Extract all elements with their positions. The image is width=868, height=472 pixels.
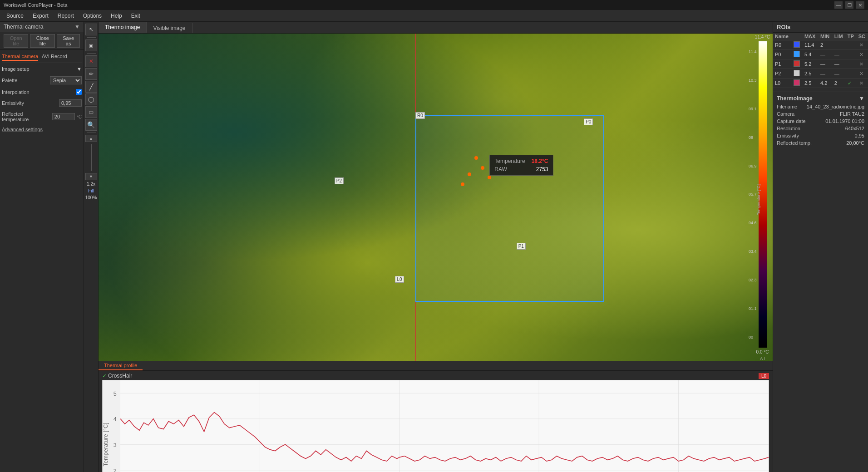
roi-row-l0[interactable]: L0 2.5 4.2 2 ✓ ✕: [773, 79, 868, 88]
save-as-button[interactable]: Save as: [57, 34, 80, 48]
resolution-value: 640x512: [845, 126, 864, 131]
roi-color-swatch-P0[interactable]: [794, 51, 800, 57]
roi-name-cell: L0: [773, 79, 792, 88]
roi-min-cell: 4.2: [819, 79, 833, 88]
profile-chart[interactable]: 5 4 3 2 100 200 300 400 Pixel Temperatur…: [102, 380, 769, 472]
roi-name-cell: P1: [773, 59, 792, 69]
roi-close-btn-L0[interactable]: ✕: [858, 80, 865, 86]
roi-max-cell: 5.4: [803, 50, 819, 59]
roi-lim-cell: —: [833, 69, 846, 79]
thermoimage-header: ThermoImage ▼: [777, 94, 864, 103]
tab-visible-image[interactable]: Visible image: [147, 23, 192, 33]
roi-close-cell[interactable]: ✕: [857, 50, 868, 59]
menu-exit[interactable]: Exit: [127, 12, 145, 20]
roi-min-cell: —: [819, 50, 833, 59]
roi-close-btn-P0[interactable]: ✕: [858, 51, 865, 58]
svg-text:2: 2: [113, 467, 117, 472]
crosshair-label: CrossHair: [108, 373, 132, 379]
roi-close-cell[interactable]: ✕: [857, 79, 868, 88]
roi-color-swatch-L0[interactable]: [794, 79, 800, 86]
btab-thermal-profile[interactable]: Thermal profile: [99, 361, 143, 370]
zoom-fill[interactable]: Fill: [88, 188, 94, 193]
roi-tool[interactable]: ▣: [85, 39, 97, 51]
scroll-up-button[interactable]: ▲: [85, 135, 97, 142]
roi-close-cell[interactable]: ✕: [857, 59, 868, 69]
reflected-temp-value[interactable]: 20: [52, 113, 75, 120]
roi-row-p2[interactable]: P2 2.5 — — ✕: [773, 69, 868, 79]
emissivity-info-label: Emissivity: [777, 133, 799, 138]
roi-color-cell[interactable]: [792, 69, 803, 79]
menu-help[interactable]: Help: [106, 12, 127, 20]
crosshair-tool[interactable]: ✕: [85, 55, 97, 67]
close-button[interactable]: ✕: [856, 1, 864, 9]
svg-text:4: 4: [113, 416, 117, 423]
scroll-track: [91, 144, 92, 171]
menu-options[interactable]: Options: [79, 12, 106, 20]
maximize-button[interactable]: ❐: [845, 1, 853, 9]
palette-select[interactable]: Sepia Iron Rainbow: [50, 76, 82, 84]
interpolation-checkbox[interactable]: [76, 89, 82, 95]
menu-source[interactable]: Source: [2, 12, 28, 20]
roi-color-cell[interactable]: [792, 59, 803, 69]
col-sc: SC: [857, 33, 868, 40]
emissivity-info-value: 0,95: [855, 133, 864, 138]
roi-color-cell[interactable]: [792, 79, 803, 88]
tab-avi-record[interactable]: AVI Record: [42, 54, 67, 61]
checkmark-icon: ✓: [102, 373, 107, 379]
ellipse-tool[interactable]: ◯: [85, 93, 97, 105]
center-area: Thermo image Visible image R0 P0 P1 P2 L…: [99, 22, 773, 472]
open-file-button[interactable]: Open file: [4, 34, 28, 48]
collapse-arrow[interactable]: ▼: [74, 24, 80, 30]
close-file-button[interactable]: Close file: [30, 34, 55, 48]
menu-report[interactable]: Report: [53, 12, 79, 20]
thermoimage-collapse[interactable]: ▼: [859, 95, 864, 102]
crosshair-toggle[interactable]: ✓ CrossHair: [102, 373, 132, 379]
roi-row-p1[interactable]: P1 5.2 — — ✕: [773, 59, 868, 69]
line-tool[interactable]: ╱: [85, 81, 97, 93]
colorbar: 11.4 °C 11.4 10.3 09.1 08 06.9 05.7 04.6…: [752, 34, 773, 361]
cursor-tool[interactable]: ↖: [85, 24, 97, 35]
roi-color-cell[interactable]: [792, 50, 803, 59]
roi-tp-cell: [846, 40, 857, 50]
reflected-info-label: Reflected temp.: [777, 140, 812, 146]
palette-row: Palette Sepia Iron Rainbow: [2, 76, 82, 84]
colorbar-ai-label: A I: [760, 356, 765, 361]
roi-close-btn-P1[interactable]: ✕: [858, 61, 865, 67]
advanced-settings-label[interactable]: Advanced settings: [2, 127, 82, 132]
thermal-image-view[interactable]: R0 P0 P1 P2 L0 Temperature 18.2°C: [99, 34, 773, 361]
tick-11: 11.4: [749, 49, 757, 54]
roi-name-cell: P0: [773, 50, 792, 59]
tool-separator-2: [87, 53, 96, 54]
roi-color-cell[interactable]: [792, 40, 803, 50]
scroll-down-button[interactable]: ▼: [85, 173, 97, 180]
roi-lim-cell: 2: [833, 79, 846, 88]
roi-close-btn-R0[interactable]: ✕: [858, 42, 865, 48]
tick-06: 05.7: [749, 192, 757, 197]
window-controls[interactable]: — ❐ ✕: [834, 1, 864, 9]
right-panel: ROIs Name MAX MIN LIM TP SC R0 11.4: [773, 22, 868, 472]
roi-color-swatch-P1[interactable]: [794, 60, 800, 67]
zoom-tool[interactable]: 🔍: [85, 119, 97, 131]
roi-color-swatch-P2[interactable]: [794, 70, 800, 76]
roi-close-cell[interactable]: ✕: [857, 69, 868, 79]
tab-thermo-image[interactable]: Thermo image: [99, 22, 147, 33]
rect-tool[interactable]: ▭: [85, 106, 97, 118]
emissivity-value[interactable]: 0,95: [59, 99, 82, 107]
image-setup-arrow[interactable]: ▼: [77, 66, 82, 72]
roi-row-r0[interactable]: R0 11.4 2 ✕: [773, 40, 868, 50]
pen-tool[interactable]: ✏: [85, 68, 97, 80]
roi-close-cell[interactable]: ✕: [857, 40, 868, 50]
svg-text:5: 5: [113, 391, 117, 397]
menu-export[interactable]: Export: [28, 12, 53, 20]
tick-07: 06.9: [749, 164, 757, 168]
reflected-temp-row: Reflected temperature 20 °C: [2, 111, 82, 122]
roi-row-p0[interactable]: P0 5.4 — — ✕: [773, 50, 868, 59]
tab-thermal-camera[interactable]: Thermal camera: [2, 54, 38, 61]
minimize-button[interactable]: —: [834, 1, 843, 9]
roi-name-cell: R0: [773, 40, 792, 50]
left-panel-header: Thermal camera ▼: [0, 22, 84, 32]
col-name: Name: [773, 33, 792, 40]
emissivity-label: Emissivity: [2, 100, 57, 106]
roi-close-btn-P2[interactable]: ✕: [858, 70, 865, 77]
roi-color-swatch-R0[interactable]: [794, 41, 800, 48]
